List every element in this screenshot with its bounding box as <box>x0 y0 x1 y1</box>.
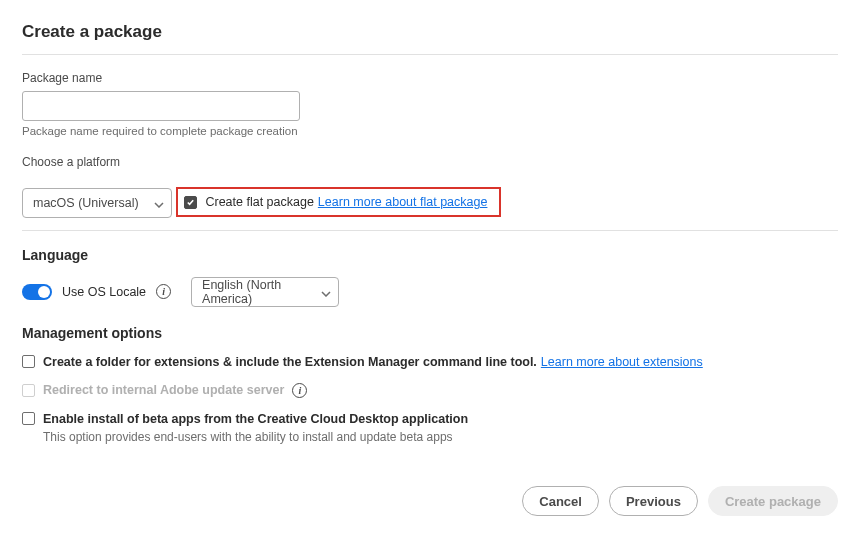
redirect-label: Redirect to internal Adobe update server <box>43 383 284 397</box>
management-header: Management options <box>22 325 838 341</box>
beta-apps-checkbox[interactable] <box>22 412 35 425</box>
beta-apps-sub: This option provides end-users with the … <box>43 430 838 444</box>
extensions-checkbox[interactable] <box>22 355 35 368</box>
page-title: Create a package <box>22 22 838 42</box>
language-header: Language <box>22 247 838 263</box>
flat-package-link[interactable]: Learn more about flat package <box>318 195 488 209</box>
divider <box>22 54 838 55</box>
toggle-knob <box>38 286 50 298</box>
extensions-link[interactable]: Learn more about extensions <box>541 355 703 369</box>
language-select-value: English (North America) <box>191 277 339 307</box>
footer-buttons: Cancel Previous Create package <box>522 486 838 516</box>
flat-package-label: Create flat package <box>205 195 313 209</box>
redirect-checkbox <box>22 384 35 397</box>
platform-select[interactable]: macOS (Universal) <box>22 188 172 218</box>
divider <box>22 230 838 231</box>
language-row: Use OS Locale i English (North America) <box>22 277 838 307</box>
info-icon[interactable]: i <box>156 284 171 299</box>
os-locale-label: Use OS Locale <box>62 285 146 299</box>
info-icon[interactable]: i <box>292 383 307 398</box>
flat-package-highlight: Create flat package Learn more about fla… <box>176 187 501 217</box>
beta-apps-label: Enable install of beta apps from the Cre… <box>43 412 468 426</box>
package-name-label: Package name <box>22 71 838 85</box>
package-name-section: Package name Package name required to co… <box>22 71 838 137</box>
package-name-input[interactable] <box>22 91 300 121</box>
os-locale-toggle[interactable] <box>22 284 52 300</box>
extensions-label: Create a folder for extensions & include… <box>43 355 537 369</box>
language-select[interactable]: English (North America) <box>191 277 339 307</box>
package-name-hint: Package name required to complete packag… <box>22 125 838 137</box>
flat-package-checkbox[interactable] <box>184 196 197 209</box>
create-package-button: Create package <box>708 486 838 516</box>
cancel-button[interactable]: Cancel <box>522 486 599 516</box>
platform-section: Choose a platform macOS (Universal) Crea… <box>22 155 838 218</box>
platform-label: Choose a platform <box>22 155 838 169</box>
platform-select-value: macOS (Universal) <box>22 188 172 218</box>
previous-button[interactable]: Previous <box>609 486 698 516</box>
